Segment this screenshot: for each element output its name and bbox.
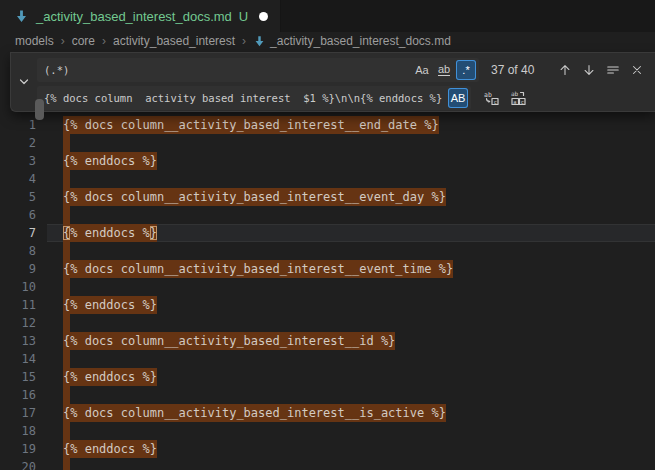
line-content: {% docs column__activity_based_interest_… [47, 188, 655, 206]
editor-line[interactable]: 5{% docs column__activity_based_interest… [0, 188, 655, 206]
find-widget-resize-handle[interactable] [35, 99, 44, 120]
whole-word-toggle[interactable]: ab [434, 60, 454, 80]
line-number[interactable]: 7 [0, 224, 47, 242]
svg-text:c: c [494, 99, 497, 105]
line-content [47, 134, 655, 152]
editor-line[interactable]: 10 [0, 278, 655, 296]
line-number[interactable]: 17 [0, 404, 47, 422]
line-number[interactable]: 14 [0, 350, 47, 368]
close-find-widget-button[interactable] [626, 59, 648, 81]
editor-line[interactable]: 20 [0, 458, 655, 470]
editor-line[interactable]: 14 [0, 350, 655, 368]
breadcrumb-item-models[interactable]: models [15, 34, 54, 48]
line-number[interactable]: 19 [0, 440, 47, 458]
line-content: {% enddocs %} [47, 296, 655, 314]
code-text: % enddocs % [70, 226, 149, 240]
line-number[interactable]: 10 [0, 278, 47, 296]
editor-pane[interactable]: 1{% docs column__activity_based_interest… [0, 50, 655, 470]
editor-line[interactable]: 7{% enddocs %} [0, 224, 655, 242]
markdown-file-icon [14, 9, 29, 24]
line-number[interactable]: 12 [0, 314, 47, 332]
line-content: {% enddocs %} [47, 152, 655, 170]
line-number[interactable]: 20 [0, 458, 47, 470]
tab-active-file[interactable]: _activity_based_interest_docs.md U [0, 0, 281, 32]
editor-line[interactable]: 4 [0, 170, 655, 188]
editor-line[interactable]: 13{% docs column__activity_based_interes… [0, 332, 655, 350]
line-number[interactable]: 6 [0, 206, 47, 224]
find-in-selection-button[interactable] [602, 59, 624, 81]
find-row: (.*) Aa ab .* 37 of 40 [37, 58, 648, 82]
line-number[interactable]: 2 [0, 134, 47, 152]
breadcrumb-separator: › [242, 34, 246, 48]
editor-line[interactable]: 16 [0, 386, 655, 404]
find-match-highlight: {% docs column__activity_based_interest_… [63, 260, 453, 278]
line-content [47, 458, 655, 470]
find-match-highlight: {% docs column__activity_based_interest_… [63, 332, 395, 350]
find-match-highlight: {% docs column__activity_based_interest_… [63, 404, 446, 422]
toggle-replace-button[interactable] [11, 53, 37, 111]
line-number[interactable]: 8 [0, 242, 47, 260]
line-number[interactable]: 15 [0, 368, 47, 386]
line-number[interactable]: 3 [0, 152, 47, 170]
line-number[interactable]: 4 [0, 170, 47, 188]
replace-input-value: {% docs column__activity_based_interest_… [44, 92, 446, 104]
find-match-highlight: {% enddocs %} [63, 440, 157, 458]
line-number[interactable]: 11 [0, 296, 47, 314]
find-match-highlight-empty [63, 170, 70, 188]
find-match-highlight-empty [63, 386, 70, 404]
arrow-down-icon [582, 63, 596, 77]
breadcrumb-item-core[interactable]: core [72, 34, 95, 48]
find-match-highlight-empty [63, 350, 70, 368]
line-number[interactable]: 18 [0, 422, 47, 440]
line-number[interactable]: 13 [0, 332, 47, 350]
editor-line[interactable]: 2 [0, 134, 655, 152]
find-match-highlight-empty [63, 278, 70, 296]
regex-toggle[interactable]: .* [456, 60, 476, 80]
line-content [47, 314, 655, 332]
editor-line[interactable]: 12 [0, 314, 655, 332]
preserve-case-toggle[interactable]: AB [448, 88, 468, 108]
line-content [47, 206, 655, 224]
line-number[interactable]: 16 [0, 386, 47, 404]
editor-line[interactable]: 9{% docs column__activity_based_interest… [0, 260, 655, 278]
find-match-highlight: {% enddocs %} [63, 368, 157, 386]
editor-line[interactable]: 18 [0, 422, 655, 440]
close-icon [630, 63, 644, 77]
line-number[interactable]: 9 [0, 260, 47, 278]
line-content: {% docs column__activity_based_interest_… [47, 404, 655, 422]
find-match-highlight: {% enddocs %} [63, 152, 157, 170]
breadcrumb-item-activity-based-interest[interactable]: activity_based_interest [113, 34, 235, 48]
editor-line[interactable]: 15{% enddocs %} [0, 368, 655, 386]
whole-word-label: ab [438, 64, 450, 76]
svg-text:c: c [521, 99, 524, 105]
match-case-label: Aa [415, 64, 428, 76]
find-input[interactable]: (.*) Aa ab .* [37, 58, 479, 82]
replace-button[interactable]: ab c [480, 87, 502, 109]
breadcrumb-item-file[interactable]: _activity_based_interest_docs.md [253, 34, 451, 48]
line-content: {% enddocs %} [47, 440, 655, 458]
previous-match-button[interactable] [554, 59, 576, 81]
editor-line[interactable]: 3{% enddocs %} [0, 152, 655, 170]
find-match-highlight: {% enddocs %} [63, 296, 157, 314]
line-number[interactable]: 5 [0, 188, 47, 206]
editor-line[interactable]: 11{% enddocs %} [0, 296, 655, 314]
replace-icon: ab c [483, 90, 499, 106]
next-match-button[interactable] [578, 59, 600, 81]
svg-text:ab: ab [484, 91, 492, 99]
editor-line[interactable]: 6 [0, 206, 655, 224]
editor-line[interactable]: 17{% docs column__activity_based_interes… [0, 404, 655, 422]
unsaved-dot-icon[interactable] [259, 12, 268, 21]
match-case-toggle[interactable]: Aa [412, 60, 432, 80]
git-status-badge: U [239, 9, 248, 24]
find-match-highlight-empty [63, 458, 70, 470]
editor-line[interactable]: 19{% enddocs %} [0, 440, 655, 458]
line-content [47, 170, 655, 188]
tab-bar: _activity_based_interest_docs.md U [0, 0, 655, 32]
editor-line[interactable]: 8 [0, 242, 655, 260]
arrow-up-icon [558, 63, 572, 77]
replace-all-button[interactable]: ab a c [507, 87, 529, 109]
chevron-down-icon [18, 76, 30, 88]
editor-line[interactable]: 1{% docs column__activity_based_interest… [0, 116, 655, 134]
replace-input[interactable]: {% docs column__activity_based_interest_… [37, 86, 471, 110]
find-match-highlight: {% enddocs %} [63, 224, 157, 242]
